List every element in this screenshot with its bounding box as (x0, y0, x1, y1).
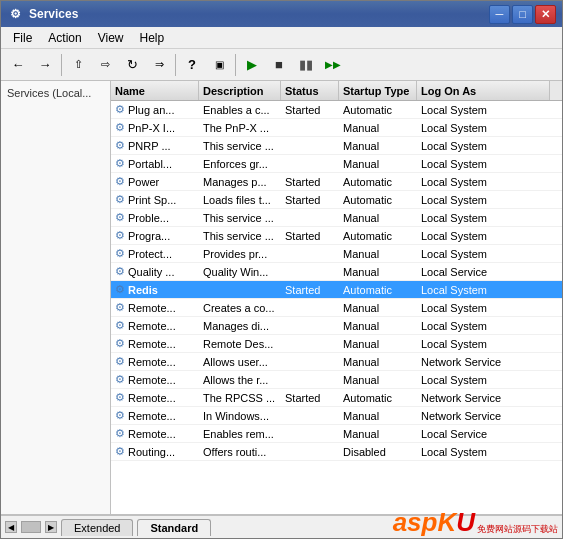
cell-service-logon: Local System (417, 371, 562, 388)
cell-service-logon: Local System (417, 191, 562, 208)
sidebar-title: Services (Local... (5, 85, 106, 101)
table-row[interactable]: ⚙Remote...The RPCSS ...StartedAutomaticN… (111, 389, 562, 407)
cell-service-status: Started (281, 101, 339, 118)
service-icon: ⚙ (115, 373, 125, 386)
table-row[interactable]: ⚙Progra...This service ...StartedAutomat… (111, 227, 562, 245)
menu-file[interactable]: File (5, 28, 40, 48)
cell-service-status (281, 209, 339, 226)
cell-service-startup: Manual (339, 371, 417, 388)
menu-action[interactable]: Action (40, 28, 89, 48)
col-header-status[interactable]: Status (281, 81, 339, 100)
table-row[interactable]: ⚙Remote...Creates a co...ManualLocal Sys… (111, 299, 562, 317)
cell-service-name: ⚙PnP-X I... (111, 119, 199, 136)
cell-service-name: ⚙Remote... (111, 353, 199, 370)
col-header-logon[interactable]: Log On As (417, 81, 550, 100)
cell-service-status (281, 407, 339, 424)
table-row[interactable]: ⚙Remote...Remote Des...ManualLocal Syste… (111, 335, 562, 353)
table-row[interactable]: ⚙PowerManages p...StartedAutomaticLocal … (111, 173, 562, 191)
table-row[interactable]: ⚙Remote...Allows the r...ManualLocal Sys… (111, 371, 562, 389)
refresh-button[interactable]: ↻ (119, 52, 145, 78)
cell-service-status (281, 119, 339, 136)
restart-service-button[interactable]: ▶▶ (320, 52, 346, 78)
service-icon: ⚙ (115, 229, 125, 242)
cell-service-desc: Manages di... (199, 317, 281, 334)
table-row[interactable]: ⚙Print Sp...Loads files t...StartedAutom… (111, 191, 562, 209)
cell-service-startup: Manual (339, 299, 417, 316)
menu-view[interactable]: View (90, 28, 132, 48)
cell-service-name: ⚙Proble... (111, 209, 199, 226)
service-icon: ⚙ (115, 445, 125, 458)
menu-bar: File Action View Help (1, 27, 562, 49)
tab-extended[interactable]: Extended (61, 519, 133, 536)
cell-service-desc: Manages p... (199, 173, 281, 190)
table-row[interactable]: ⚙Routing...Offers routi...DisabledLocal … (111, 443, 562, 461)
table-row[interactable]: ⚙Protect...Provides pr...ManualLocal Sys… (111, 245, 562, 263)
help-button[interactable]: ? (179, 52, 205, 78)
close-button[interactable]: ✕ (535, 5, 556, 24)
service-icon: ⚙ (115, 157, 125, 170)
cell-service-startup: Manual (339, 317, 417, 334)
forward-button[interactable]: → (32, 52, 58, 78)
service-icon: ⚙ (115, 427, 125, 440)
export-button[interactable]: ⇒ (146, 52, 172, 78)
cell-service-logon: Network Service (417, 407, 562, 424)
table-row[interactable]: ⚙PNRP ...This service ...ManualLocal Sys… (111, 137, 562, 155)
bottom-bar: ◀ ▶ Extended Standard asp K U 免费网站源码下载站 (1, 514, 562, 538)
up-button[interactable]: ⇧ (65, 52, 91, 78)
table-row[interactable]: ⚙Remote...Allows user...ManualNetwork Se… (111, 353, 562, 371)
cell-service-logon: Network Service (417, 353, 562, 370)
cell-service-desc: This service ... (199, 209, 281, 226)
col-header-name[interactable]: Name (111, 81, 199, 100)
table-row[interactable]: ⚙PnP-X I...The PnP-X ...ManualLocal Syst… (111, 119, 562, 137)
table-row[interactable]: ⚙Remote...In Windows...ManualNetwork Ser… (111, 407, 562, 425)
col-header-description[interactable]: Description (199, 81, 281, 100)
table-row[interactable]: ⚙Quality ...Quality Win...ManualLocal Se… (111, 263, 562, 281)
toolbar: ← → ⇧ ⇨ ↻ ⇒ ? ▣ ▶ ■ ▮▮ ▶▶ (1, 49, 562, 81)
cell-service-name: ⚙PNRP ... (111, 137, 199, 154)
services-list[interactable]: ⚙Plug an...Enables a c...StartedAutomati… (111, 101, 562, 514)
cell-service-name: ⚙Routing... (111, 443, 199, 460)
col-header-startup[interactable]: Startup Type (339, 81, 417, 100)
service-icon: ⚙ (115, 265, 125, 278)
cell-service-desc: Offers routi... (199, 443, 281, 460)
back-button[interactable]: ← (5, 52, 31, 78)
tab-standard[interactable]: Standard (137, 519, 211, 536)
table-row[interactable]: ⚙RedisStartedAutomaticLocal System (111, 281, 562, 299)
service-icon: ⚙ (115, 193, 125, 206)
cell-service-logon: Local System (417, 227, 562, 244)
cell-service-name: ⚙Progra... (111, 227, 199, 244)
sidebar: Services (Local... (1, 81, 111, 514)
cell-service-logon: Local System (417, 245, 562, 262)
table-row[interactable]: ⚙Portabl...Enforces gr...ManualLocal Sys… (111, 155, 562, 173)
table-row[interactable]: ⚙Plug an...Enables a c...StartedAutomati… (111, 101, 562, 119)
table-row[interactable]: ⚙Remote...Enables rem...ManualLocal Serv… (111, 425, 562, 443)
service-icon: ⚙ (115, 211, 125, 224)
cell-service-logon: Local System (417, 101, 562, 118)
stop-service-button[interactable]: ■ (266, 52, 292, 78)
cell-service-desc: Enables a c... (199, 101, 281, 118)
scroll-left-button[interactable]: ◀ (5, 521, 17, 533)
cell-service-name: ⚙Plug an... (111, 101, 199, 118)
pause-service-button[interactable]: ▮▮ (293, 52, 319, 78)
menu-help[interactable]: Help (132, 28, 173, 48)
cell-service-startup: Automatic (339, 191, 417, 208)
start-service-button[interactable]: ▶ (239, 52, 265, 78)
scroll-right-button[interactable]: ▶ (45, 521, 57, 533)
cell-service-logon: Local System (417, 119, 562, 136)
maximize-button[interactable]: □ (512, 5, 533, 24)
toolbar-separator-3 (235, 54, 236, 76)
cell-service-logon: Local System (417, 281, 562, 298)
cell-service-logon: Local System (417, 173, 562, 190)
list-header: Name Description Status Startup Type Log… (111, 81, 562, 101)
minimize-button[interactable]: ─ (489, 5, 510, 24)
cell-service-status: Started (281, 173, 339, 190)
properties-button[interactable]: ▣ (206, 52, 232, 78)
watermark-subtext: 免费网站源码下载站 (477, 523, 558, 536)
table-row[interactable]: ⚙Remote...Manages di...ManualLocal Syste… (111, 317, 562, 335)
table-row[interactable]: ⚙Proble...This service ...ManualLocal Sy… (111, 209, 562, 227)
scroll-thumb[interactable] (21, 521, 41, 533)
show-hide-button[interactable]: ⇨ (92, 52, 118, 78)
cell-service-name: ⚙Quality ... (111, 263, 199, 280)
cell-service-desc: Enables rem... (199, 425, 281, 442)
cell-service-name: ⚙Remote... (111, 317, 199, 334)
